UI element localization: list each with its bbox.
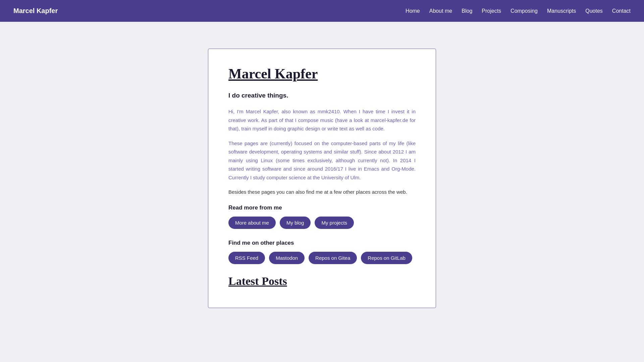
repos-gitea-button[interactable]: Repos on Gitea [309,252,357,264]
nav-manuscripts[interactable]: Manuscripts [547,8,576,14]
my-projects-button[interactable]: My projects [315,217,354,229]
repos-gitlab-button[interactable]: Repos on GitLab [361,252,412,264]
nav-composing[interactable]: Composing [511,8,538,14]
site-header: Marcel Kapfer Home About me Blog Project… [0,0,644,22]
main-container: Marcel Kapfer I do creative things. Hi, … [0,22,644,335]
intro-paragraph-2: These pages are (currently) focused on t… [228,139,416,182]
site-title: Marcel Kapfer [13,7,58,15]
latest-posts-heading: Latest Posts [228,275,416,288]
page-title: Marcel Kapfer [228,66,416,82]
find-me-buttons: RSS Feed Mastodon Repos on Gitea Repos o… [228,252,416,264]
content-card: Marcel Kapfer I do creative things. Hi, … [208,49,436,308]
mastodon-button[interactable]: Mastodon [269,252,305,264]
nav-home[interactable]: Home [406,8,420,14]
rss-feed-button[interactable]: RSS Feed [228,252,265,264]
nav-blog[interactable]: Blog [462,8,472,14]
find-me-heading: Find me on other places [228,240,416,246]
my-blog-button[interactable]: My blog [280,217,311,229]
tagline: I do creative things. [228,92,416,99]
main-nav: Home About me Blog Projects Composing Ma… [406,8,631,14]
intro-paragraph-3: Besides these pages you can also find me… [228,188,416,196]
intro-paragraph-1: Hi, I'm Marcel Kapfer, also known as mmk… [228,107,416,133]
more-about-me-button[interactable]: More about me [228,217,276,229]
nav-contact[interactable]: Contact [612,8,631,14]
nav-projects[interactable]: Projects [482,8,501,14]
nav-about-me[interactable]: About me [429,8,452,14]
read-more-buttons: More about me My blog My projects [228,217,416,229]
nav-quotes[interactable]: Quotes [585,8,603,14]
read-more-heading: Read more from me [228,204,416,211]
